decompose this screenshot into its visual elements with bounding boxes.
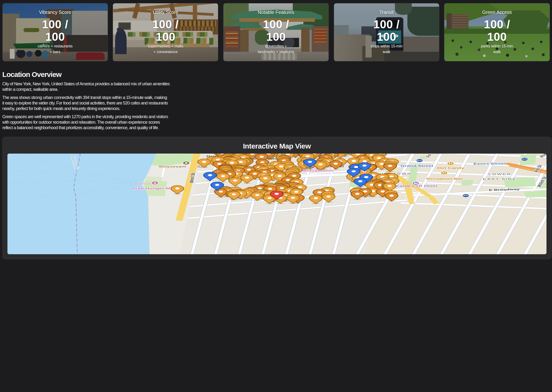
svg-text:MTA: MTA <box>417 160 422 161</box>
svg-text:Dirt Candy: Dirt Candy <box>437 167 465 169</box>
svg-text:MTA: MTA <box>463 195 468 196</box>
svg-text:LOWER: LOWER <box>488 173 511 176</box>
svg-text:MTA: MTA <box>522 159 527 160</box>
svg-text:Reception Bar: Reception Bar <box>426 178 463 180</box>
svg-text:EAST SIDE: EAST SIDE <box>483 178 516 181</box>
svg-text:Essex Street: Essex Street <box>473 162 506 165</box>
svg-text:Stuyvesant: Stuyvesant <box>158 165 186 168</box>
svg-text:Grand Street: Grand Street <box>401 164 433 167</box>
